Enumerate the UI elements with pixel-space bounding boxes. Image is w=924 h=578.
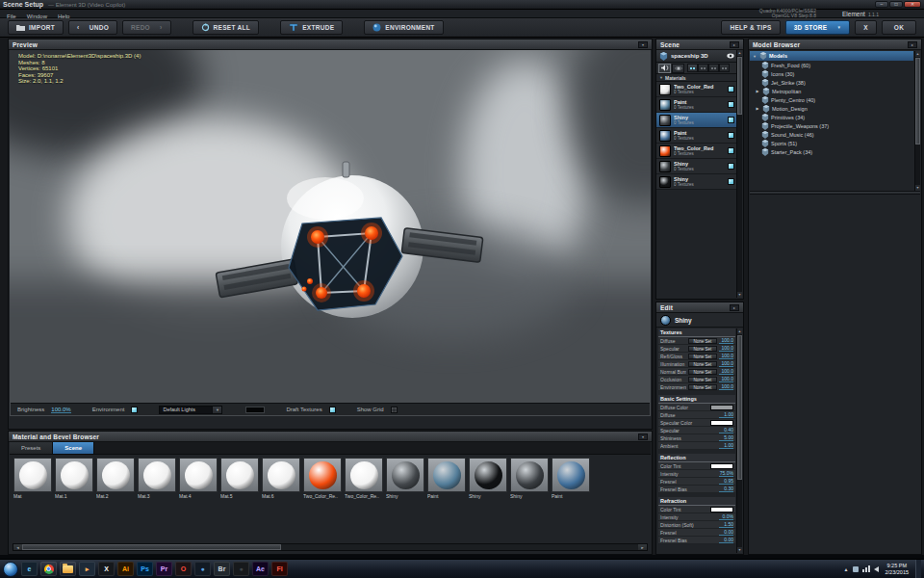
ok-button[interactable]: OK [882, 20, 916, 35]
texture-strength-value[interactable]: 100.0 [719, 345, 733, 352]
color-swatch[interactable] [710, 463, 733, 469]
scroll-up-icon[interactable]: ▲ [737, 328, 742, 334]
3d-viewport[interactable]: Model: D:\noname\Element3D\spaceship.3D … [10, 50, 651, 416]
minimize-button[interactable]: – [875, 1, 888, 8]
close-button[interactable]: ✕ [904, 1, 921, 8]
after-effects-icon[interactable]: Ae [252, 562, 269, 576]
texture-strength-value[interactable]: 100.0 [719, 337, 733, 344]
property-value[interactable]: 1.00 [719, 442, 733, 449]
material-thumbnail[interactable]: Mat.4 [179, 458, 218, 499]
scroll-down-icon[interactable]: ▼ [737, 292, 742, 298]
scrollbar-thumb[interactable] [737, 335, 742, 480]
scrollbar-thumb[interactable] [915, 58, 920, 144]
tray-app-icon[interactable] [853, 566, 859, 572]
color-swatch[interactable] [710, 405, 733, 410]
tree-item[interactable]: Primitives (34) [750, 113, 913, 121]
undo-button[interactable]: ‹ UNDO [68, 20, 117, 35]
property-value[interactable]: 0.0% [719, 513, 733, 520]
materials-section-header[interactable]: ▼ Materials [656, 74, 737, 82]
tree-item[interactable]: Jet_Strike (38) [750, 78, 913, 87]
texture-map-button[interactable]: None Set [688, 384, 717, 390]
material-thumbnail[interactable]: Two_Color_Re.. [345, 458, 383, 499]
file-explorer-icon[interactable] [60, 562, 76, 576]
background-color-swatch[interactable] [245, 407, 265, 413]
material-visible-checkbox[interactable] [728, 86, 734, 92]
horizontal-scrollbar[interactable]: ◄ ► [13, 543, 648, 551]
dark-sphere-app-icon[interactable]: ● [233, 562, 249, 576]
scroll-left-icon[interactable]: ◄ [13, 544, 22, 550]
material-thumbnail[interactable]: Shiny [469, 458, 507, 499]
texture-strength-value[interactable]: 100.0 [719, 353, 733, 359]
material-thumbnail[interactable]: Shiny [386, 458, 424, 499]
material-thumbnail[interactable]: Mat.3 [138, 458, 176, 499]
material-row[interactable]: Paint 0 Textures [656, 128, 737, 144]
material-thumbnail[interactable]: Shiny [510, 458, 549, 499]
material-row[interactable]: Shiny 0 Textures [656, 159, 737, 174]
scroll-up-icon[interactable]: ▲ [737, 50, 742, 56]
color-swatch[interactable] [710, 507, 733, 512]
material-thumbnail[interactable]: Two_Color_Re.. [303, 458, 342, 499]
color-swatch[interactable] [710, 420, 733, 426]
help-tips-button[interactable]: HELP & TIPS [721, 20, 780, 35]
view-mode-3-button[interactable] [708, 64, 719, 72]
environment-button[interactable]: ENVIRONMENT [364, 20, 443, 35]
tree-root-models[interactable]: ▼ Models [750, 51, 913, 61]
texture-map-button[interactable]: None Set [688, 354, 717, 359]
scrollbar-thumb[interactable] [22, 544, 281, 550]
chevron-right-icon[interactable]: ▶ [755, 89, 760, 93]
panel-menu-icon[interactable]: ▸ [730, 304, 739, 311]
property-value[interactable]: 0.95 [719, 478, 733, 485]
3d-store-button[interactable]: 3D STORE ▼ [785, 20, 851, 35]
property-value[interactable]: 1.00 [719, 411, 733, 418]
chrome-icon[interactable] [40, 562, 57, 576]
scroll-down-icon[interactable]: ▼ [915, 185, 920, 191]
photoshop-icon[interactable]: Ps [137, 562, 153, 576]
chevron-down-icon[interactable]: ▼ [752, 54, 757, 59]
edit-scrollbar[interactable]: ▲ ▼ [736, 328, 742, 553]
cancel-x-button[interactable]: X [855, 20, 877, 35]
property-value[interactable]: 0.30 [719, 486, 733, 492]
reset-all-button[interactable]: RESET ALL [192, 20, 260, 35]
visibility-eye-icon[interactable] [727, 53, 734, 59]
material-visible-checkbox[interactable] [728, 178, 734, 185]
premiere-icon[interactable]: Pr [156, 562, 172, 576]
audio-toggle-button[interactable] [658, 64, 671, 73]
panel-menu-icon[interactable]: ▸ [908, 41, 917, 48]
model-scrollbar[interactable]: ▲ ▼ [914, 51, 920, 191]
material-thumbnail[interactable]: Paint [552, 458, 590, 499]
taskbar-clock[interactable]: 9:25 PM 2/23/2015 [883, 563, 911, 575]
material-visible-checkbox[interactable] [728, 163, 734, 170]
network-icon[interactable] [862, 565, 870, 572]
property-value[interactable]: 75.0% [719, 470, 733, 477]
view-mode-4-button[interactable] [719, 64, 730, 72]
material-thumbnail[interactable]: Mat [13, 458, 52, 499]
lights-dropdown[interactable]: Default Lights ▼ [159, 406, 222, 414]
tree-item[interactable]: Fresh_Food (60) [750, 61, 913, 69]
property-value[interactable]: 1.50 [719, 521, 733, 528]
material-visible-checkbox[interactable] [728, 117, 734, 123]
texture-map-button[interactable]: None Set [688, 377, 717, 382]
panel-menu-icon[interactable]: ▸ [730, 41, 739, 48]
start-button[interactable] [3, 562, 18, 577]
scene-object-row[interactable]: spaceship 3D [656, 50, 737, 63]
tab-scene[interactable]: Scene [53, 442, 94, 454]
brightness-value[interactable]: 100.0% [51, 407, 70, 413]
tree-item[interactable]: Icons (30) [750, 69, 913, 78]
tree-item[interactable]: ▶ Motion_Design [750, 104, 913, 113]
show-grid-checkbox[interactable] [391, 407, 398, 413]
opera-icon[interactable]: O [175, 562, 192, 576]
scene-scrollbar[interactable]: ▲ ▼ [736, 50, 742, 298]
texture-map-button[interactable]: None Set [688, 361, 717, 367]
tree-item[interactable]: Starter_Pack (34) [750, 147, 913, 156]
texture-strength-value[interactable]: 100.0 [719, 368, 733, 375]
hidden-icons-caret[interactable]: ▲ [844, 566, 849, 572]
material-thumbnail[interactable]: Mat.1 [55, 458, 93, 499]
scroll-right-icon[interactable]: ► [638, 544, 647, 550]
show-desktop-button[interactable] [915, 560, 921, 578]
texture-strength-value[interactable]: 100.0 [719, 383, 733, 390]
media-player-icon[interactable]: ▸ [79, 562, 95, 576]
chevron-right-icon[interactable]: ▶ [755, 106, 760, 111]
scroll-up-icon[interactable]: ▲ [915, 51, 920, 57]
scroll-down-icon[interactable]: ▼ [737, 547, 742, 553]
orbit-tool-button[interactable] [672, 64, 684, 73]
